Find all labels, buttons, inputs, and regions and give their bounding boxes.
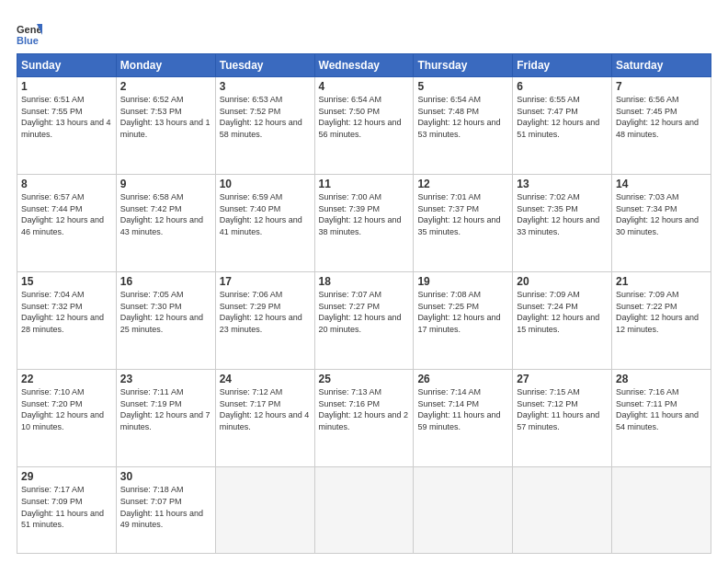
calendar-cell: 25Sunrise: 7:13 AMSunset: 7:16 PMDayligh… [314, 370, 414, 467]
day-info: Sunrise: 6:58 AMSunset: 7:42 PMDaylight:… [120, 191, 211, 237]
col-header-sunday: Sunday [17, 54, 117, 77]
calendar-cell [513, 467, 612, 554]
day-info: Sunrise: 6:54 AMSunset: 7:48 PMDaylight:… [417, 94, 508, 140]
day-number: 9 [120, 178, 211, 190]
day-number: 14 [616, 178, 707, 190]
day-info: Sunrise: 7:12 AMSunset: 7:17 PMDaylight:… [220, 386, 311, 432]
day-number: 15 [21, 275, 112, 288]
col-header-saturday: Saturday [612, 54, 711, 77]
logo-icon: General Blue [17, 20, 42, 46]
day-number: 24 [220, 373, 311, 385]
calendar-cell: 16Sunrise: 7:05 AMSunset: 7:30 PMDayligh… [116, 272, 215, 370]
calendar-cell: 18Sunrise: 7:07 AMSunset: 7:27 PMDayligh… [314, 272, 414, 370]
day-info: Sunrise: 7:04 AMSunset: 7:32 PMDaylight:… [21, 289, 112, 335]
day-info: Sunrise: 7:18 AMSunset: 7:07 PMDaylight:… [120, 484, 211, 530]
day-number: 30 [120, 470, 211, 483]
day-number: 3 [220, 80, 311, 93]
calendar-cell: 6Sunrise: 6:55 AMSunset: 7:47 PMDaylight… [513, 77, 612, 175]
calendar-cell: 22Sunrise: 7:10 AMSunset: 7:20 PMDayligh… [17, 370, 117, 467]
day-info: Sunrise: 6:51 AMSunset: 7:55 PMDaylight:… [21, 94, 112, 140]
day-info: Sunrise: 6:54 AMSunset: 7:50 PMDaylight:… [319, 94, 410, 140]
calendar-cell: 19Sunrise: 7:08 AMSunset: 7:25 PMDayligh… [414, 272, 513, 370]
day-number: 29 [21, 470, 112, 483]
calendar-cell: 29Sunrise: 7:17 AMSunset: 7:09 PMDayligh… [17, 467, 117, 554]
calendar-cell: 20Sunrise: 7:09 AMSunset: 7:24 PMDayligh… [513, 272, 612, 370]
day-info: Sunrise: 7:14 AMSunset: 7:14 PMDaylight:… [417, 386, 508, 432]
day-info: Sunrise: 7:15 AMSunset: 7:12 PMDaylight:… [517, 386, 608, 432]
day-info: Sunrise: 6:52 AMSunset: 7:53 PMDaylight:… [120, 94, 211, 140]
calendar-cell: 3Sunrise: 6:53 AMSunset: 7:52 PMDaylight… [215, 77, 314, 175]
col-header-thursday: Thursday [414, 54, 513, 77]
day-info: Sunrise: 7:10 AMSunset: 7:20 PMDaylight:… [21, 386, 112, 432]
calendar-cell: 5Sunrise: 6:54 AMSunset: 7:48 PMDaylight… [414, 77, 513, 175]
col-header-monday: Monday [116, 54, 215, 77]
day-info: Sunrise: 6:56 AMSunset: 7:45 PMDaylight:… [616, 94, 707, 140]
day-info: Sunrise: 7:08 AMSunset: 7:25 PMDaylight:… [417, 289, 508, 335]
day-number: 12 [417, 178, 508, 190]
day-info: Sunrise: 7:07 AMSunset: 7:27 PMDaylight:… [319, 289, 410, 335]
day-info: Sunrise: 7:09 AMSunset: 7:24 PMDaylight:… [517, 289, 608, 335]
col-header-friday: Friday [513, 54, 612, 77]
day-number: 13 [517, 178, 608, 190]
calendar-cell: 9Sunrise: 6:58 AMSunset: 7:42 PMDaylight… [116, 175, 215, 272]
calendar-cell: 4Sunrise: 6:54 AMSunset: 7:50 PMDaylight… [314, 77, 414, 175]
svg-text:Blue: Blue [17, 35, 39, 46]
calendar-cell: 12Sunrise: 7:01 AMSunset: 7:37 PMDayligh… [414, 175, 513, 272]
calendar-cell [612, 467, 711, 554]
day-number: 1 [21, 80, 112, 93]
calendar-cell: 1Sunrise: 6:51 AMSunset: 7:55 PMDaylight… [17, 77, 117, 175]
day-number: 23 [120, 373, 211, 385]
day-number: 21 [616, 275, 707, 288]
day-number: 7 [616, 80, 707, 93]
day-number: 16 [120, 275, 211, 288]
day-number: 26 [417, 373, 508, 385]
calendar-cell: 23Sunrise: 7:11 AMSunset: 7:19 PMDayligh… [116, 370, 215, 467]
day-info: Sunrise: 7:02 AMSunset: 7:35 PMDaylight:… [517, 191, 608, 237]
day-number: 18 [319, 275, 410, 288]
day-number: 22 [21, 373, 112, 385]
day-number: 10 [220, 178, 311, 190]
day-info: Sunrise: 6:53 AMSunset: 7:52 PMDaylight:… [220, 94, 311, 140]
day-number: 20 [517, 275, 608, 288]
day-info: Sunrise: 7:05 AMSunset: 7:30 PMDaylight:… [120, 289, 211, 335]
day-number: 8 [21, 178, 112, 190]
day-info: Sunrise: 7:03 AMSunset: 7:34 PMDaylight:… [616, 191, 707, 237]
day-number: 4 [319, 80, 410, 93]
calendar-cell: 14Sunrise: 7:03 AMSunset: 7:34 PMDayligh… [612, 175, 711, 272]
day-info: Sunrise: 7:06 AMSunset: 7:29 PMDaylight:… [220, 289, 311, 335]
day-number: 17 [220, 275, 311, 288]
day-number: 27 [517, 373, 608, 385]
calendar-cell: 21Sunrise: 7:09 AMSunset: 7:22 PMDayligh… [612, 272, 711, 370]
logo: General Blue [17, 20, 46, 46]
day-info: Sunrise: 6:57 AMSunset: 7:44 PMDaylight:… [21, 191, 112, 237]
col-header-wednesday: Wednesday [314, 54, 414, 77]
calendar-cell [414, 467, 513, 554]
calendar-cell: 11Sunrise: 7:00 AMSunset: 7:39 PMDayligh… [314, 175, 414, 272]
day-number: 2 [120, 80, 211, 93]
calendar-cell: 15Sunrise: 7:04 AMSunset: 7:32 PMDayligh… [17, 272, 117, 370]
day-number: 19 [417, 275, 508, 288]
day-info: Sunrise: 7:00 AMSunset: 7:39 PMDaylight:… [319, 191, 410, 237]
header: General Blue [17, 17, 711, 46]
calendar-cell: 13Sunrise: 7:02 AMSunset: 7:35 PMDayligh… [513, 175, 612, 272]
calendar-cell [314, 467, 414, 554]
day-info: Sunrise: 7:01 AMSunset: 7:37 PMDaylight:… [417, 191, 508, 237]
col-header-tuesday: Tuesday [215, 54, 314, 77]
calendar-cell: 30Sunrise: 7:18 AMSunset: 7:07 PMDayligh… [116, 467, 215, 554]
day-info: Sunrise: 7:13 AMSunset: 7:16 PMDaylight:… [319, 386, 410, 432]
day-info: Sunrise: 6:55 AMSunset: 7:47 PMDaylight:… [517, 94, 608, 140]
calendar-cell: 2Sunrise: 6:52 AMSunset: 7:53 PMDaylight… [116, 77, 215, 175]
day-number: 28 [616, 373, 707, 385]
calendar-cell [215, 467, 314, 554]
calendar-cell: 10Sunrise: 6:59 AMSunset: 7:40 PMDayligh… [215, 175, 314, 272]
day-info: Sunrise: 7:09 AMSunset: 7:22 PMDaylight:… [616, 289, 707, 335]
day-number: 11 [319, 178, 410, 190]
calendar-cell: 28Sunrise: 7:16 AMSunset: 7:11 PMDayligh… [612, 370, 711, 467]
calendar-table: SundayMondayTuesdayWednesdayThursdayFrid… [17, 53, 711, 554]
day-info: Sunrise: 7:16 AMSunset: 7:11 PMDaylight:… [616, 386, 707, 432]
day-info: Sunrise: 7:11 AMSunset: 7:19 PMDaylight:… [120, 386, 211, 432]
day-number: 6 [517, 80, 608, 93]
calendar-cell: 8Sunrise: 6:57 AMSunset: 7:44 PMDaylight… [17, 175, 117, 272]
day-number: 5 [417, 80, 508, 93]
calendar-cell: 17Sunrise: 7:06 AMSunset: 7:29 PMDayligh… [215, 272, 314, 370]
